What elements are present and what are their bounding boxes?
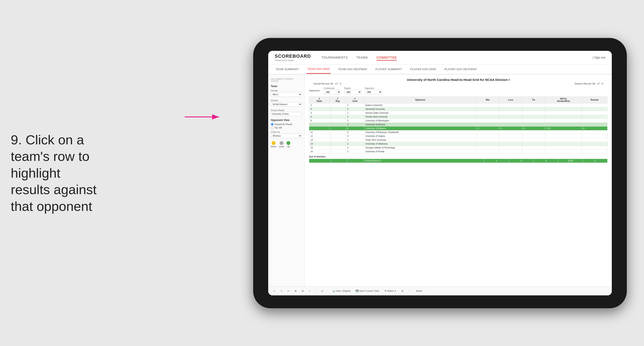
- cell-tie: [522, 122, 545, 126]
- cell-rounds: [582, 138, 607, 142]
- cell-loss: [499, 149, 522, 153]
- instruction-step: 9.: [11, 132, 22, 147]
- table-row[interactable]: 4-1Arizona State University: [309, 111, 608, 115]
- toolbar-back[interactable]: ↩: [286, 289, 291, 293]
- tab-team-h2h-grid[interactable]: TEAM H2H GRID: [306, 65, 331, 74]
- toolbar-view-original[interactable]: 📊 View: Original: [330, 289, 352, 293]
- cell-win: [476, 138, 499, 142]
- toolbar-zoom-out[interactable]: ⊟: [300, 289, 305, 293]
- table-row[interactable]: 8-2University of Washington: [309, 119, 608, 122]
- tab-player-h2h-grid[interactable]: PLAYER H2H GRID: [410, 65, 437, 73]
- tab-player-summary[interactable]: PLAYER SUMMARY: [374, 65, 403, 73]
- cell-win: [476, 149, 499, 153]
- th-rank: #Rank: [309, 96, 330, 103]
- radio-opponents-played[interactable]: Opponents Played: [271, 123, 302, 126]
- toolbar-zoom-fit[interactable]: ⊞: [293, 289, 298, 293]
- filter-conference: Conference (All): [324, 87, 341, 94]
- cell-diff: [545, 115, 582, 119]
- nav-teams[interactable]: TEAMS: [356, 55, 368, 60]
- table-row[interactable]: 14-2University of Oklahoma: [309, 142, 608, 146]
- cell-conf: 2: [346, 115, 364, 119]
- cell-conf: 4: [346, 146, 364, 149]
- cell-opponent: University of Arkansas, Fayetteville: [364, 130, 476, 134]
- table-row[interactable]: 2-1Auburn University: [309, 103, 608, 107]
- logo-area: SCOREBOARD Powered by clippd: [275, 53, 311, 61]
- sidebar-timestamp: Last Updated: 27/03/2024 16:55:38: [271, 78, 302, 82]
- toolbar-watch[interactable]: 👁 Watch ▾: [383, 289, 398, 293]
- toolbar-print[interactable]: 🖨: [400, 289, 405, 293]
- table-row[interactable]: --5University of Alabama3002.618: [309, 126, 608, 130]
- cell-win: 3: [476, 126, 499, 130]
- nav-sign-out[interactable]: | Sign out: [593, 56, 605, 59]
- sidebar-gender-select[interactable]: Men's Women's: [271, 92, 302, 97]
- cell-diff: [545, 142, 582, 146]
- filter-region: Region (All): [344, 87, 362, 94]
- cell-win: [476, 130, 499, 134]
- sidebar-gender-label: Gender: [271, 89, 302, 92]
- radio-top100[interactable]: Top 100: [271, 126, 302, 129]
- out-of-division-row[interactable]: NCAA Division II 1 0 0 26.00 3: [309, 159, 608, 163]
- cell-opponent: Arizona State University: [364, 111, 476, 115]
- cell-loss: [499, 107, 522, 111]
- tab-team-h2h-heatmap[interactable]: TEAM H2H HEATMAP: [337, 65, 368, 73]
- cell-tie: [522, 107, 545, 111]
- tab-player-h2h-heatmap[interactable]: PLAYER H2H HEATMAP: [444, 65, 478, 73]
- table-row[interactable]: 11-6University of Arkansas, Fayetteville: [309, 130, 608, 134]
- cell-conf: 1: [346, 111, 364, 115]
- sidebar-division-select[interactable]: NCAA Division I: [271, 102, 302, 107]
- cell-conf: 2: [346, 119, 364, 122]
- main-content: Last Updated: 27/03/2024 16:55:38 Team G…: [268, 74, 612, 286]
- toolbar-save-custom[interactable]: 💾 Save Custom View: [354, 289, 381, 293]
- cell-opponent: University of Arizona: [364, 122, 476, 126]
- toolbar-sep: [328, 289, 328, 293]
- sidebar-school-input[interactable]: [271, 112, 302, 116]
- tab-team-summary[interactable]: TEAM SUMMARY: [275, 65, 300, 73]
- cell-opponent: University of Washington: [364, 119, 476, 122]
- cell-rounds: [582, 111, 607, 115]
- cell-rounds: [582, 142, 607, 146]
- cell-diff: 2.61: [545, 126, 582, 130]
- cell-win: [476, 134, 499, 138]
- toolbar-add[interactable]: +: [307, 289, 312, 293]
- cell-opponent: Florida State University: [364, 115, 476, 119]
- toolbar-undo[interactable]: ↩: [272, 289, 277, 293]
- cell-rounds: 8: [582, 126, 607, 130]
- cell-loss: [499, 130, 522, 134]
- nav-left: SCOREBOARD Powered by clippd TOURNAMENTS…: [275, 53, 397, 61]
- panel-records: Overall Record: 89 - 17 - 0 Division Rec…: [309, 82, 608, 85]
- cell-tie: [522, 115, 545, 119]
- table-row[interactable]: 16-3University of Florida: [309, 149, 608, 153]
- cell-win: [476, 111, 499, 115]
- cell-rounds: [582, 122, 607, 126]
- opponent-select[interactable]: (All): [365, 90, 382, 94]
- toolbar-clock[interactable]: ◷: [320, 289, 325, 293]
- nav-committee[interactable]: COMMITTEE: [376, 55, 397, 60]
- cell-tie: [522, 130, 545, 134]
- toolbar-redo[interactable]: ↪: [279, 289, 284, 293]
- cell-reg: -: [330, 122, 346, 126]
- cell-reg: -: [330, 146, 346, 149]
- table-row[interactable]: 15-4Georgia Institute of Technology: [309, 146, 608, 149]
- sidebar-colour-by-select[interactable]: Win/loss: [271, 134, 302, 138]
- panel-title: University of North Carolina Head-to-Hea…: [309, 78, 608, 81]
- table-row[interactable]: 3-2Vanderbilt University: [309, 107, 608, 111]
- table-row[interactable]: 13-1Texas Tech University: [309, 138, 608, 142]
- cell-win: [476, 122, 499, 126]
- conference-select[interactable]: (All): [324, 90, 341, 94]
- cell-reg: -: [330, 134, 346, 138]
- ood-conf: [348, 159, 364, 163]
- nav-links: TOURNAMENTS TEAMS COMMITTEE: [322, 55, 397, 60]
- out-of-division-label: Out of division: [309, 154, 608, 159]
- cell-rank: -: [309, 122, 330, 126]
- table-row[interactable]: --3University of Arizona: [309, 122, 608, 126]
- toolbar-minus[interactable]: -: [314, 289, 318, 293]
- table-row[interactable]: 12-3University of Virginia: [309, 134, 608, 138]
- nav-tournaments[interactable]: TOURNAMENTS: [322, 55, 348, 60]
- cell-reg: -: [330, 107, 346, 111]
- cell-conf: 2: [346, 142, 364, 146]
- toolbar-share[interactable]: Share: [414, 289, 424, 293]
- table-row[interactable]: 6-2Florida State University: [309, 115, 608, 119]
- cell-opponent: University of Alabama: [364, 126, 476, 130]
- toolbar-more[interactable]: ⋯: [407, 289, 413, 293]
- region-select[interactable]: (All): [344, 90, 362, 94]
